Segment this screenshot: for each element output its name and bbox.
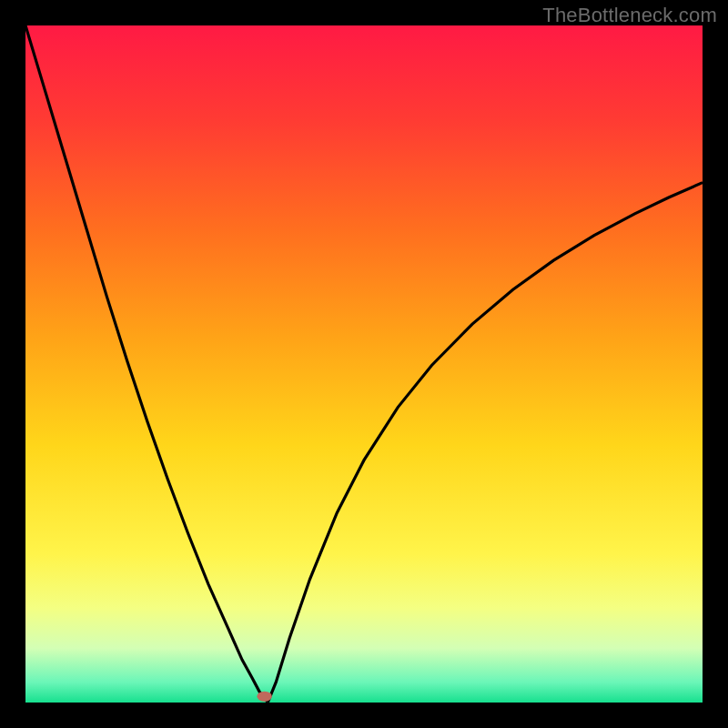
minimum-marker [257,692,271,702]
chart-plot [25,25,703,703]
watermark-text: TheBottleneck.com [542,4,717,27]
chart-frame: TheBottleneck.com [0,0,728,728]
